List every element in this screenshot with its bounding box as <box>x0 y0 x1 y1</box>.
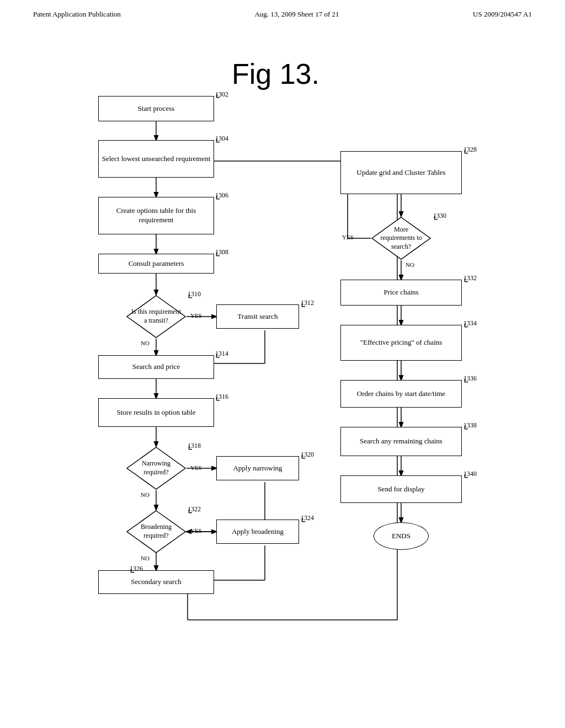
diagram-area: Fig 13. <box>0 24 565 708</box>
header-middle: Aug. 13, 2009 Sheet 17 of 21 <box>254 10 339 19</box>
node-secondary-search: Secondary search <box>98 570 214 594</box>
header-left: Patent Application Publication <box>33 10 121 19</box>
node-transit-search: Transit search <box>216 304 299 329</box>
label-1318-no: NO <box>141 491 150 498</box>
node-search-remaining: Search any remaining chains <box>340 427 462 456</box>
node-ends: ENDS <box>374 522 429 550</box>
node-send-display: Send for display <box>340 475 462 503</box>
node-start-process: Start process <box>98 96 214 121</box>
node-search-price: Search and price <box>98 355 214 379</box>
node-apply-broadening: Apply broadening <box>216 520 299 544</box>
node-is-transit: Is this requirement a transit? <box>126 295 186 339</box>
node-more-requirements: More requirements to search? <box>371 216 431 260</box>
node-narrowing: Narrowing required? <box>126 446 186 490</box>
label-1310-yes: YES <box>190 312 202 319</box>
arrows-svg <box>0 24 565 708</box>
node-consult-params: Consult parameters <box>98 254 214 274</box>
fig-title: Fig 13. <box>232 57 319 90</box>
page-header: Patent Application Publication Aug. 13, … <box>0 0 565 19</box>
node-select-lowest: Select lowest unsearched requirement <box>98 140 214 178</box>
header-right: US 2009/204547 A1 <box>473 10 532 19</box>
label-1322-no: NO <box>141 555 150 561</box>
node-apply-narrowing: Apply narrowing <box>216 456 299 480</box>
label-1310-no: NO <box>141 340 150 346</box>
node-price-chains: Price chains <box>340 280 462 306</box>
label-1322-yes: YES <box>190 527 202 534</box>
node-create-options: Create options table for this requiremen… <box>98 197 214 234</box>
label-1330-no: NO <box>406 261 414 268</box>
node-order-chains: Order chains by start date/time <box>340 380 462 408</box>
label-1330-yes: YES <box>342 234 354 240</box>
node-store-results: Store results in option table <box>98 398 214 427</box>
node-broadening: Broadening required? <box>126 510 186 554</box>
node-update-grid: Update grid and Cluster Tables <box>340 151 462 194</box>
label-1318-yes: YES <box>190 464 202 471</box>
node-effective-pricing: "Effective pricing" of chains <box>340 325 462 361</box>
